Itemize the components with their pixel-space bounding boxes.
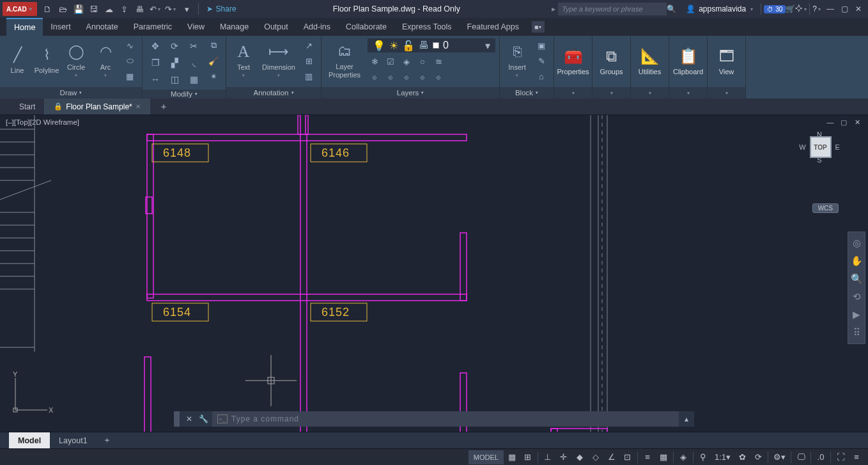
trim-icon[interactable]: ✂ — [185, 38, 203, 54]
cycling-icon[interactable]: ◈ — [676, 450, 691, 464]
copy-icon[interactable]: ❐ — [146, 55, 164, 70]
model-space-button[interactable]: MODEL — [469, 450, 504, 464]
viewcube-east[interactable]: E — [835, 143, 840, 151]
file-tab-start[interactable]: Start — [10, 99, 45, 114]
mirror-icon[interactable]: ▞ — [166, 55, 183, 70]
plot-icon[interactable]: 🖶 — [133, 2, 147, 16]
stretch-icon[interactable]: ↔ — [146, 72, 164, 87]
close-tab-button[interactable]: ✕ — [136, 103, 141, 110]
panel-label-layers[interactable]: Layers▾ — [322, 87, 499, 99]
block-create-icon[interactable]: ▣ — [533, 38, 550, 52]
gear-settings-icon[interactable]: ✿ — [734, 450, 750, 464]
block-attr-icon[interactable]: ⌂ — [533, 69, 550, 83]
user-menu[interactable]: 👤 appsmalavida ▾ — [681, 4, 758, 13]
osnap-icon[interactable]: ◇ — [588, 450, 603, 464]
layer-tool-icon[interactable]: ⟐ — [415, 70, 430, 83]
layer-make-current-icon[interactable]: ☑ — [384, 55, 398, 68]
layer-tool-icon[interactable]: ⟐ — [431, 70, 446, 83]
ribbon-toggle-button[interactable]: ◼▾ — [532, 21, 545, 33]
snap-icon[interactable]: ⊞ — [520, 450, 536, 464]
ellipse-icon[interactable]: ⬭ — [121, 54, 138, 68]
search-input[interactable]: Type a keyword or phrase — [558, 3, 667, 15]
tab-addins[interactable]: Add-ins — [296, 18, 338, 36]
layer-freeze-icon[interactable]: ❄ — [368, 55, 382, 68]
new-tab-button[interactable]: ＋ — [150, 101, 177, 113]
tab-featuredapps[interactable]: Featured Apps — [460, 18, 527, 36]
erase-icon[interactable]: 🧹 — [205, 54, 222, 68]
polyline-button[interactable]: ⌇Polyline — [33, 38, 60, 82]
wcs-badge[interactable]: WCS — [812, 203, 839, 213]
array-icon[interactable]: ▦ — [185, 72, 203, 87]
orbit-icon[interactable]: ⟲ — [848, 288, 865, 305]
maximize-button[interactable]: ▢ — [838, 117, 849, 127]
hatch-icon[interactable]: ▦ — [121, 69, 138, 83]
block-edit-icon[interactable]: ✎ — [533, 54, 550, 68]
showmotion-icon[interactable]: ▶ — [848, 306, 865, 323]
fillet-icon[interactable]: ◟ — [185, 55, 203, 70]
tab-annotate[interactable]: Annotate — [79, 18, 126, 36]
dimension-button[interactable]: ⟼Dimension▾ — [260, 38, 298, 82]
decimal-icon[interactable]: .0 — [813, 450, 828, 464]
open-icon[interactable]: 🗁 — [56, 2, 70, 16]
scale-icon[interactable]: ◫ — [166, 72, 183, 87]
angle-icon[interactable]: ∠ — [604, 450, 619, 464]
line-button[interactable]: ╱Line — [4, 38, 31, 82]
move-icon[interactable]: ✥ — [146, 38, 164, 54]
cart-icon[interactable]: 🛒 — [786, 4, 795, 13]
cmdline-history-button[interactable]: ▴ — [679, 411, 694, 427]
viewcube[interactable]: N W TOP E S — [787, 130, 851, 194]
viewcube-face[interactable]: TOP — [810, 136, 832, 158]
help-icon[interactable]: ? — [812, 4, 817, 13]
monitor-icon[interactable]: 🖵 — [793, 450, 809, 464]
utilities-panel[interactable]: 📐Utilities ▾ — [631, 36, 669, 99]
trial-badge[interactable]: ⏱ 30 — [764, 5, 786, 13]
tab-home[interactable]: Home — [6, 18, 43, 36]
tab-expresstools[interactable]: Express Tools — [394, 18, 460, 36]
chevron-down-icon[interactable]: ▾ — [804, 6, 807, 12]
cmdline-wrench-icon[interactable]: 🔧 — [197, 414, 210, 423]
workspace-icon[interactable]: ⚙▾ — [770, 450, 789, 464]
layer-dropdown[interactable]: 💡 ☀ 🔓 🖶 0 ▾ — [368, 38, 495, 52]
panel-label-draw[interactable]: Draw▾ — [0, 87, 142, 99]
annoscale-icon[interactable]: ⚲ — [695, 450, 711, 464]
insert-block-button[interactable]: ⎘Insert▾ — [504, 38, 531, 82]
tab-manage[interactable]: Manage — [212, 18, 256, 36]
leader-icon[interactable]: ↗ — [300, 38, 317, 52]
otrack-icon[interactable]: ⊡ — [620, 450, 635, 464]
undo-icon[interactable]: ↶▾ — [148, 2, 162, 16]
properties-panel[interactable]: 🧰Properties ▾ — [554, 36, 593, 99]
ordinate-icon[interactable]: ⊞ — [300, 54, 317, 68]
panel-label-modify[interactable]: Modify▾ — [143, 90, 226, 99]
pan-icon[interactable]: ✋ — [848, 253, 865, 269]
web-save-icon[interactable]: ⇪ — [118, 2, 132, 16]
minimize-button[interactable]: ― — [825, 117, 836, 127]
new-layout-button[interactable]: ＋ — [97, 435, 118, 446]
save-icon[interactable]: 💾 — [72, 2, 86, 16]
panel-label-block[interactable]: Block▾ — [500, 87, 554, 99]
tab-parametric[interactable]: Parametric — [126, 18, 180, 36]
scale-button[interactable]: 1:1▾ — [711, 450, 734, 464]
new-icon[interactable]: 🗋 — [41, 2, 55, 16]
groups-panel[interactable]: ⧉Groups ▾ — [593, 36, 631, 99]
rotate-icon[interactable]: ⟳ — [166, 38, 183, 54]
grid-icon[interactable]: ▦ — [504, 450, 520, 464]
app-home-icon[interactable]: ⯎ — [795, 4, 803, 13]
polar-icon[interactable]: ✛ — [556, 450, 571, 464]
app-menu-button[interactable]: A.CAD▼ — [3, 2, 37, 16]
web-open-icon[interactable]: ☁ — [102, 2, 116, 16]
restrict-icon[interactable]: ⊥ — [540, 450, 555, 464]
share-button[interactable]: ➤ Share — [201, 4, 242, 13]
nav-more-icon[interactable]: ⠿ — [848, 324, 865, 341]
tab-output[interactable]: Output — [256, 18, 296, 36]
explode-icon[interactable]: ✴ — [205, 69, 222, 83]
layer-tool-icon[interactable]: ⟐ — [384, 70, 398, 83]
tab-view[interactable]: View — [180, 18, 212, 36]
layer-match-icon[interactable]: ≋ — [431, 55, 446, 68]
tab-insert[interactable]: Insert — [43, 18, 78, 36]
layout-tab-model[interactable]: Model — [9, 432, 50, 448]
lineweight-icon[interactable]: ≡ — [640, 450, 655, 464]
tab-collaborate[interactable]: Collaborate — [338, 18, 394, 36]
autoscale-icon[interactable]: ⟳ — [750, 450, 766, 464]
customize-status-icon[interactable]: ≡ — [849, 450, 864, 464]
close-button[interactable]: ✕ — [851, 117, 863, 127]
